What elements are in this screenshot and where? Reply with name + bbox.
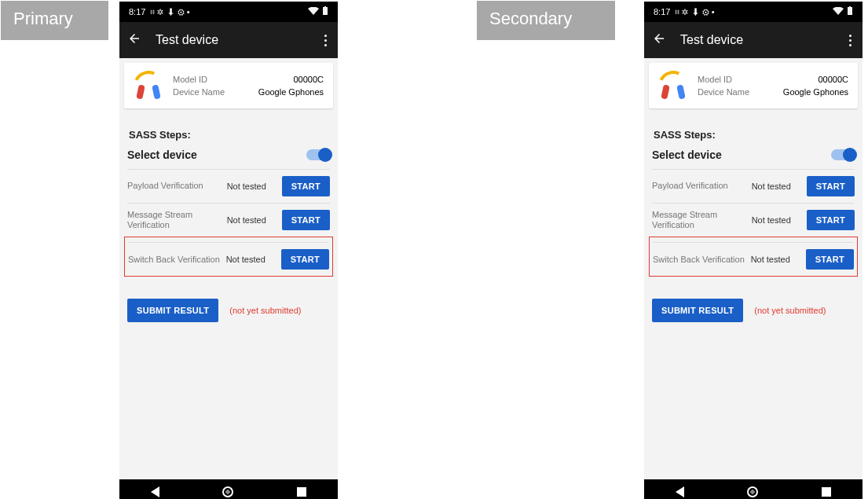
- select-device-toggle[interactable]: [831, 149, 855, 160]
- test-row-switch-back: Switch Back Verification Not tested STAR…: [653, 242, 854, 276]
- status-icons-left: ⌗ ✲ ⬇ ⚙ •: [150, 8, 189, 17]
- svg-rect-3: [849, 6, 851, 7]
- submit-result-button[interactable]: SUBMIT RESULT: [652, 299, 743, 322]
- submit-result-button[interactable]: SUBMIT RESULT: [127, 299, 218, 322]
- test-row-payload: Payload Verification Not tested START: [652, 169, 855, 203]
- not-submitted-text: (not yet submitted): [754, 306, 826, 315]
- nav-back-icon[interactable]: [151, 486, 159, 497]
- test-status: Not tested: [227, 215, 277, 225]
- overflow-menu-icon[interactable]: [324, 35, 330, 46]
- test-name: Message Stream Verification: [652, 210, 747, 230]
- nav-recent-icon[interactable]: [822, 487, 831, 497]
- phone-primary: 8:17 ⌗ ✲ ⬇ ⚙ • Test device Model ID 0000…: [119, 2, 338, 499]
- device-name-row: Device Name Google Gphones: [173, 87, 324, 97]
- wifi-icon: [833, 7, 844, 17]
- page-title: Test device: [680, 33, 835, 47]
- svg-rect-1: [324, 6, 326, 7]
- start-button[interactable]: START: [282, 210, 330, 230]
- select-device-label: Select device: [652, 149, 722, 161]
- model-id-row: Model ID 00000C: [173, 75, 324, 84]
- highlighted-test-row: Switch Back Verification Not tested STAR…: [649, 237, 858, 277]
- select-device-toggle[interactable]: [306, 149, 330, 160]
- nav-home-icon[interactable]: [747, 486, 758, 497]
- nav-home-icon[interactable]: [222, 486, 233, 497]
- start-button[interactable]: START: [806, 249, 854, 270]
- test-row-payload: Payload Verification Not tested START: [127, 169, 330, 203]
- sass-heading: SASS Steps:: [654, 129, 855, 141]
- not-submitted-text: (not yet submitted): [229, 306, 301, 315]
- model-id-value: 00000C: [293, 75, 324, 84]
- model-id-value: 00000C: [818, 75, 848, 84]
- sass-heading: SASS Steps:: [129, 129, 330, 141]
- test-name: Switch Back Verification: [653, 255, 746, 265]
- page-title: Test device: [156, 33, 310, 47]
- device-name-value: Google Gphones: [783, 87, 848, 97]
- test-status: Not tested: [226, 255, 277, 264]
- test-status: Not tested: [227, 182, 277, 191]
- back-icon[interactable]: [652, 31, 666, 50]
- wifi-icon: [308, 7, 319, 17]
- app-bar: Test device: [119, 22, 338, 58]
- nav-recent-icon[interactable]: [297, 487, 306, 497]
- device-card: Model ID 00000C Device Name Google Gphon…: [124, 63, 333, 108]
- status-bar: 8:17 ⌗ ✲ ⬇ ⚙ •: [119, 2, 338, 22]
- device-card: Model ID 00000C Device Name Google Gphon…: [649, 63, 858, 108]
- overflow-menu-icon[interactable]: [849, 35, 855, 46]
- nav-bar: [119, 479, 338, 499]
- test-name: Switch Back Verification: [128, 255, 222, 265]
- nav-back-icon[interactable]: [676, 486, 684, 497]
- test-status: Not tested: [752, 215, 802, 225]
- test-name: Message Stream Verification: [127, 210, 222, 230]
- start-button[interactable]: START: [282, 176, 330, 196]
- highlighted-test-row: Switch Back Verification Not tested STAR…: [124, 237, 333, 277]
- model-id-label: Model ID: [173, 75, 207, 84]
- test-row-message-stream: Message Stream Verification Not tested S…: [652, 203, 855, 237]
- select-device-label: Select device: [127, 149, 197, 161]
- status-bar: 8:17 ⌗ ✲ ⬇ ⚙ •: [644, 2, 863, 22]
- start-button[interactable]: START: [281, 249, 329, 270]
- svg-rect-2: [848, 7, 852, 15]
- model-id-label: Model ID: [698, 75, 732, 84]
- test-status: Not tested: [751, 255, 801, 264]
- headphones-icon: [658, 71, 688, 101]
- back-icon[interactable]: [127, 31, 141, 50]
- start-button[interactable]: START: [807, 176, 855, 196]
- clock: 8:17: [129, 7, 145, 17]
- headphones-icon: [134, 71, 163, 101]
- battery-icon: [847, 6, 853, 17]
- label-primary: Primary: [1, 1, 108, 40]
- battery-icon: [322, 6, 328, 17]
- test-name: Payload Verification: [652, 181, 747, 191]
- device-name-label: Device Name: [698, 87, 749, 97]
- app-bar: Test device: [644, 22, 863, 58]
- device-name-value: Google Gphones: [258, 87, 324, 97]
- nav-bar: [644, 479, 863, 499]
- model-id-row: Model ID 00000C: [698, 75, 848, 84]
- device-name-label: Device Name: [173, 87, 225, 97]
- clock: 8:17: [654, 7, 670, 17]
- device-name-row: Device Name Google Gphones: [698, 87, 848, 97]
- test-row-switch-back: Switch Back Verification Not tested STAR…: [128, 242, 329, 276]
- phone-secondary: 8:17 ⌗ ✲ ⬇ ⚙ • Test device Model ID 0000…: [644, 2, 863, 499]
- svg-rect-0: [323, 7, 328, 15]
- label-secondary: Secondary: [477, 1, 615, 40]
- test-name: Payload Verification: [127, 181, 222, 191]
- test-status: Not tested: [752, 182, 802, 191]
- status-icons-left: ⌗ ✲ ⬇ ⚙ •: [675, 8, 714, 17]
- start-button[interactable]: START: [807, 210, 855, 230]
- test-row-message-stream: Message Stream Verification Not tested S…: [127, 203, 330, 237]
